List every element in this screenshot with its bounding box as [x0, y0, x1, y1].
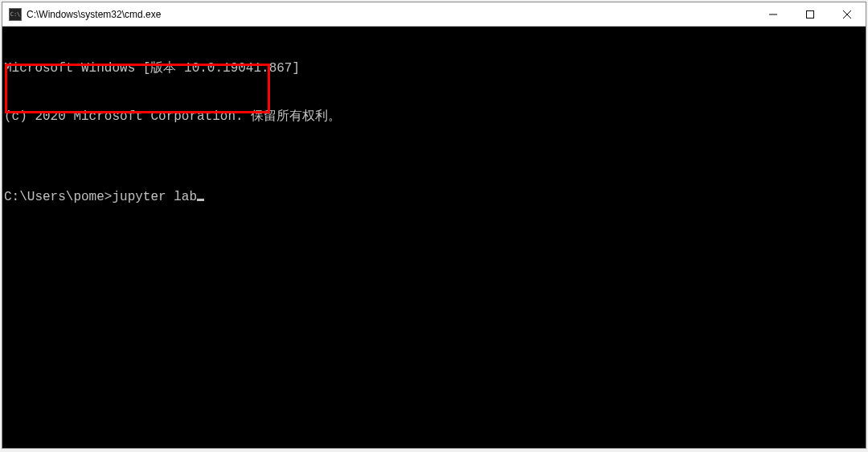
minimize-icon — [769, 10, 777, 18]
terminal-line-version: Microsoft Windows [版本 10.0.19041.867] — [4, 60, 341, 76]
terminal-line-prompt: C:\Users\pome>jupyter lab — [4, 189, 341, 205]
close-icon — [843, 10, 851, 18]
cmd-icon-text: C:\ — [10, 11, 21, 18]
window-controls — [755, 2, 866, 26]
terminal-body[interactable]: Microsoft Windows [版本 10.0.19041.867] (c… — [2, 27, 866, 448]
cmd-window: C:\ C:\Windows\system32\cmd.exe Microsof… — [2, 2, 866, 449]
command-text: jupyter lab — [112, 190, 197, 204]
maximize-icon — [806, 10, 814, 18]
terminal-line-copyright: (c) 2020 Microsoft Corporation. 保留所有权利。 — [4, 109, 341, 125]
maximize-button[interactable] — [792, 2, 829, 26]
minimize-button[interactable] — [755, 2, 792, 26]
terminal-content: Microsoft Windows [版本 10.0.19041.867] (c… — [4, 28, 341, 237]
window-title: C:\Windows\system32\cmd.exe — [27, 9, 755, 20]
close-button[interactable] — [829, 2, 866, 26]
svg-rect-1 — [807, 10, 814, 18]
cursor — [197, 199, 204, 201]
cmd-icon: C:\ — [9, 8, 22, 21]
titlebar[interactable]: C:\ C:\Windows\system32\cmd.exe — [2, 2, 866, 27]
prompt-text: C:\Users\pome> — [4, 190, 112, 204]
